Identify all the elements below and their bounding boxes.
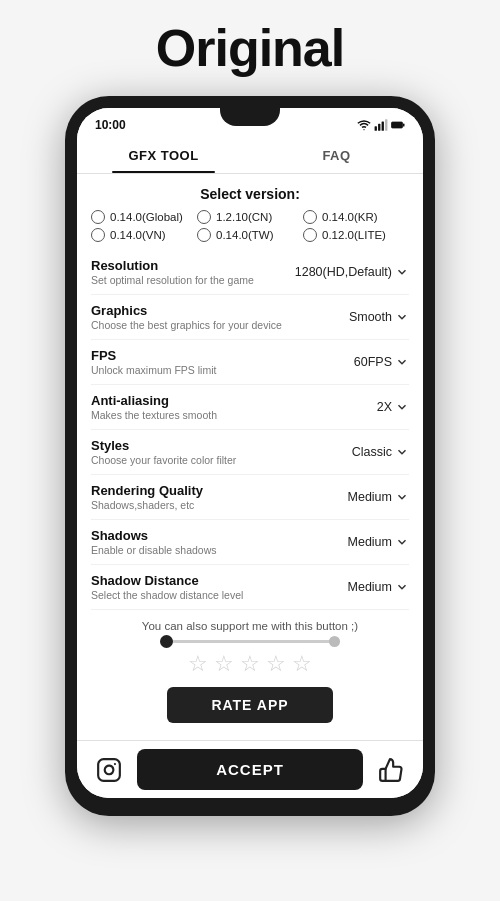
svg-rect-3: [382, 122, 384, 131]
setting-label-group-resolution: Resolution Set optimal resolution for th…: [91, 258, 295, 286]
fps-value-text: 60FPS: [354, 355, 392, 369]
svg-rect-1: [375, 126, 377, 131]
setting-desc-rendering: Shadows,shaders, etc: [91, 499, 338, 511]
chevron-down-icon-styles: [395, 445, 409, 459]
support-text: You can also support me with this button…: [91, 620, 409, 632]
version-option-global[interactable]: 0.14.0(Global): [91, 210, 197, 224]
setting-desc-graphics: Choose the best graphics for your device: [91, 319, 339, 331]
setting-label-group-antialiasing: Anti-aliasing Makes the textures smooth: [91, 393, 377, 421]
content-area: Select version: 0.14.0(Global) 1.2.10(CN…: [77, 174, 423, 740]
setting-label-styles: Styles: [91, 438, 342, 453]
phone-screen: 10:00: [77, 108, 423, 798]
version-label-kr: 0.14.0(KR): [322, 211, 378, 223]
star-2[interactable]: ☆: [214, 651, 234, 677]
setting-value-rendering[interactable]: Medium: [348, 490, 409, 504]
svg-rect-5: [392, 122, 403, 128]
page-wrapper: Original 10:00: [0, 0, 500, 901]
tab-faq[interactable]: FAQ: [250, 136, 423, 173]
star-5[interactable]: ☆: [292, 651, 312, 677]
chevron-down-icon-shadow-distance: [395, 580, 409, 594]
slider-track[interactable]: [160, 640, 340, 643]
setting-value-antialiasing[interactable]: 2X: [377, 400, 409, 414]
version-label-vn: 0.14.0(VN): [110, 229, 166, 241]
styles-value-text: Classic: [352, 445, 392, 459]
setting-label-group-shadow-distance: Shadow Distance Select the shadow distan…: [91, 573, 348, 601]
radio-kr: [303, 210, 317, 224]
setting-label-group-styles: Styles Choose your favorite color filter: [91, 438, 352, 466]
setting-row-graphics: Graphics Choose the best graphics for yo…: [91, 295, 409, 340]
setting-value-graphics[interactable]: Smooth: [349, 310, 409, 324]
setting-row-shadow-distance: Shadow Distance Select the shadow distan…: [91, 565, 409, 610]
setting-label-shadows: Shadows: [91, 528, 338, 543]
instagram-icon-button[interactable]: [91, 752, 127, 788]
setting-desc-antialiasing: Makes the textures smooth: [91, 409, 367, 421]
wifi-icon: [357, 118, 371, 132]
setting-label-resolution: Resolution: [91, 258, 285, 273]
settings-list: Resolution Set optimal resolution for th…: [77, 250, 423, 610]
accept-button[interactable]: ACCEPT: [137, 749, 363, 790]
version-option-lite[interactable]: 0.12.0(LITE): [303, 228, 409, 242]
version-option-cn[interactable]: 1.2.10(CN): [197, 210, 303, 224]
setting-label-group-fps: FPS Unlock maximum FPS limit: [91, 348, 354, 376]
rendering-value-text: Medium: [348, 490, 392, 504]
battery-icon: [391, 118, 405, 132]
chevron-down-icon-shadows: [395, 535, 409, 549]
status-bar: 10:00: [77, 108, 423, 136]
setting-row-fps: FPS Unlock maximum FPS limit 60FPS: [91, 340, 409, 385]
signal-icon: [374, 118, 388, 132]
svg-point-0: [363, 129, 364, 130]
setting-row-styles: Styles Choose your favorite color filter…: [91, 430, 409, 475]
chevron-down-icon-fps: [395, 355, 409, 369]
slider-thumb: [160, 635, 173, 648]
tab-gfx-tool[interactable]: GFX TOOL: [77, 136, 250, 173]
svg-rect-7: [98, 759, 120, 781]
phone-shell: 10:00: [65, 96, 435, 816]
star-3[interactable]: ☆: [240, 651, 260, 677]
version-title: Select version:: [91, 186, 409, 202]
chevron-down-icon-antialiasing: [395, 400, 409, 414]
setting-value-shadows[interactable]: Medium: [348, 535, 409, 549]
version-section: Select version: 0.14.0(Global) 1.2.10(CN…: [77, 174, 423, 250]
setting-value-fps[interactable]: 60FPS: [354, 355, 409, 369]
version-label-lite: 0.12.0(LITE): [322, 229, 386, 241]
star-1[interactable]: ☆: [188, 651, 208, 677]
version-option-vn[interactable]: 0.14.0(VN): [91, 228, 197, 242]
setting-row-rendering: Rendering Quality Shadows,shaders, etc M…: [91, 475, 409, 520]
thumbsup-icon-button[interactable]: [373, 752, 409, 788]
star-4[interactable]: ☆: [266, 651, 286, 677]
radio-global: [91, 210, 105, 224]
setting-desc-shadow-distance: Select the shadow distance level: [91, 589, 338, 601]
version-option-kr[interactable]: 0.14.0(KR): [303, 210, 409, 224]
setting-desc-resolution: Set optimal resolution for the game: [91, 274, 285, 286]
svg-rect-6: [403, 124, 405, 127]
setting-value-resolution[interactable]: 1280(HD,Default): [295, 265, 409, 279]
setting-value-styles[interactable]: Classic: [352, 445, 409, 459]
svg-rect-2: [378, 124, 380, 131]
slider-row[interactable]: [91, 640, 409, 643]
setting-row-resolution: Resolution Set optimal resolution for th…: [91, 250, 409, 295]
version-grid: 0.14.0(Global) 1.2.10(CN) 0.14.0(KR): [91, 210, 409, 242]
setting-value-shadow-distance[interactable]: Medium: [348, 580, 409, 594]
page-title: Original: [156, 18, 344, 78]
version-label-cn: 1.2.10(CN): [216, 211, 272, 223]
antialiasing-value-text: 2X: [377, 400, 392, 414]
svg-rect-4: [385, 119, 387, 131]
setting-desc-shadows: Enable or disable shadows: [91, 544, 338, 556]
notch: [220, 108, 280, 126]
setting-desc-fps: Unlock maximum FPS limit: [91, 364, 344, 376]
stars-row[interactable]: ☆ ☆ ☆ ☆ ☆: [91, 651, 409, 677]
setting-label-shadow-distance: Shadow Distance: [91, 573, 338, 588]
setting-desc-styles: Choose your favorite color filter: [91, 454, 342, 466]
setting-label-fps: FPS: [91, 348, 344, 363]
thumbsup-icon: [378, 757, 404, 783]
rate-app-button[interactable]: RATE APP: [167, 687, 332, 723]
chevron-down-icon-resolution: [395, 265, 409, 279]
shadows-value-text: Medium: [348, 535, 392, 549]
setting-row-shadows: Shadows Enable or disable shadows Medium: [91, 520, 409, 565]
slider-dot-right: [329, 636, 340, 647]
chevron-down-icon-rendering: [395, 490, 409, 504]
resolution-value-text: 1280(HD,Default): [295, 265, 392, 279]
radio-tw: [197, 228, 211, 242]
setting-label-rendering: Rendering Quality: [91, 483, 338, 498]
version-option-tw[interactable]: 0.14.0(TW): [197, 228, 303, 242]
